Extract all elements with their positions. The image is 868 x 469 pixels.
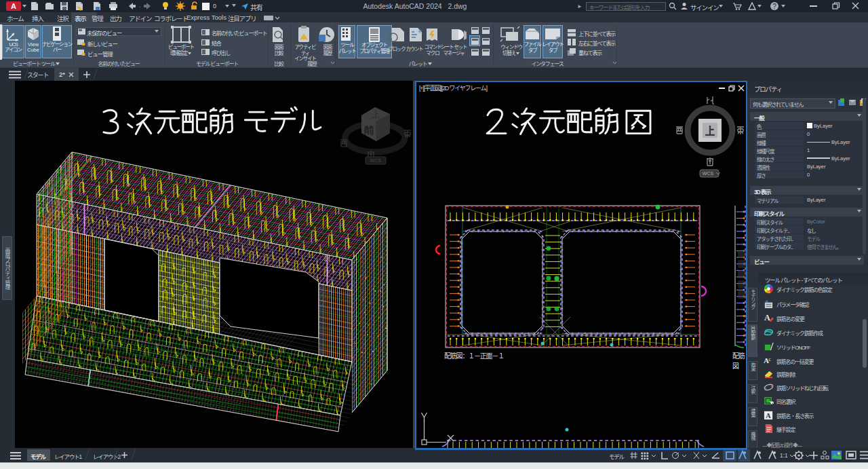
svg-text:A: A [764, 313, 770, 322]
svg-text:1:1: 1:1 [780, 452, 788, 459]
svg-text:?: ? [772, 3, 776, 10]
svg-text:#: # [418, 28, 422, 35]
svg-text:WCS: WCS [703, 171, 714, 176]
svg-text:WCS: WCS [370, 158, 382, 163]
svg-text:c: c [769, 356, 772, 362]
svg-text:A: A [766, 412, 771, 419]
